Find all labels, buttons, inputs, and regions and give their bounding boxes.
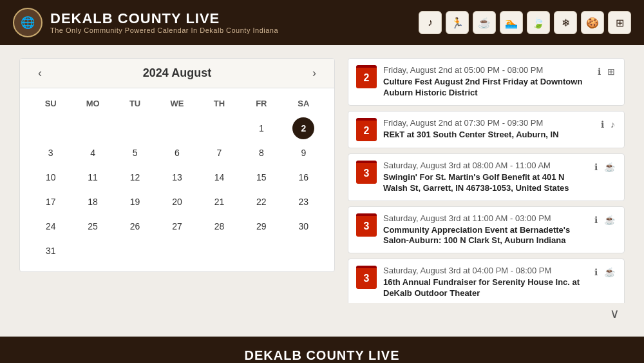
calendar-dates: 1 2 3 4 5 6 7 8 9 10 11 12 13 14 15 — [30, 117, 325, 262]
scroll-down-button[interactable]: ∨ — [610, 306, 620, 321]
header-title-block: DEKALB COUNTY LIVE The Only Community Po… — [50, 11, 278, 34]
event-badge-1: 2 — [356, 65, 377, 88]
cal-date-10[interactable]: 10 — [40, 166, 62, 188]
event-actions-1: ℹ ⊞ — [596, 65, 616, 78]
day-header-th: TH — [198, 95, 240, 112]
cookie-nav-icon[interactable]: 🍪 — [581, 11, 604, 34]
day-header-tu: TU — [114, 95, 156, 112]
music-nav-icon[interactable]: ♪ — [419, 11, 442, 34]
main-content: ‹ 2024 August › SU MO TU WE TH FR SA — [0, 45, 644, 337]
event-card-5: 3 Saturday, August 3rd at 04:00 PM - 08:… — [348, 259, 625, 303]
cal-date-12[interactable]: 12 — [124, 166, 146, 188]
event-badge-3: 3 — [356, 161, 377, 184]
coffee-nav-icon[interactable]: ☕ — [473, 11, 496, 34]
cal-date-5[interactable]: 5 — [124, 142, 146, 164]
cal-date-14[interactable]: 14 — [208, 166, 230, 188]
event-badge-4: 3 — [356, 213, 377, 237]
cal-empty — [124, 117, 146, 139]
cal-date-31[interactable]: 31 — [40, 240, 62, 262]
cal-date-2[interactable]: 2 — [292, 117, 314, 139]
day-header-sa: SA — [283, 95, 325, 112]
cal-empty — [82, 117, 104, 139]
logo-icon: 🌐 — [13, 8, 43, 37]
cal-date-11[interactable]: 11 — [82, 166, 104, 188]
cal-date-18[interactable]: 18 — [82, 191, 104, 213]
event-actions-2: ℹ ♪ — [600, 118, 616, 131]
event-time-5: Saturday, August 3rd at 04:00 PM - 08:00… — [383, 266, 587, 275]
site-subtitle: The Only Community Powered Calendar In D… — [50, 26, 278, 34]
day-header-su: SU — [30, 95, 71, 112]
event-info-btn-2[interactable]: ℹ — [600, 118, 605, 131]
event-title-1: Culture Fest August 2nd First Friday at … — [383, 77, 590, 99]
event-time-1: Friday, August 2nd at 05:00 PM - 08:00 P… — [383, 65, 590, 75]
run-nav-icon[interactable]: 🏃 — [446, 11, 469, 34]
cal-date-4[interactable]: 4 — [82, 142, 104, 164]
cal-date-7[interactable]: 7 — [208, 142, 230, 164]
cal-date-6[interactable]: 6 — [166, 142, 188, 164]
cal-empty — [208, 117, 230, 139]
cal-date-20[interactable]: 20 — [166, 191, 188, 213]
event-info-5: Saturday, August 3rd at 04:00 PM - 08:00… — [383, 266, 587, 299]
calendar-section: ‹ 2024 August › SU MO TU WE TH FR SA — [19, 58, 335, 324]
calendar-month-title: 2024 August — [143, 66, 211, 80]
event-card-4: 3 Saturday, August 3rd at 11:00 AM - 03:… — [348, 206, 625, 254]
event-coffee-btn-4[interactable]: ☕ — [603, 213, 616, 226]
cal-empty — [166, 117, 188, 139]
day-header-fr: FR — [240, 95, 282, 112]
event-info-btn-3[interactable]: ℹ — [593, 161, 599, 173]
leaf-nav-icon[interactable]: 🍃 — [527, 11, 550, 34]
cal-date-1[interactable]: 1 — [251, 117, 272, 139]
cal-date-16[interactable]: 16 — [292, 166, 314, 188]
swim-nav-icon[interactable]: 🏊 — [500, 11, 523, 34]
cal-date-15[interactable]: 15 — [251, 166, 272, 188]
header-icon-bar: ♪ 🏃 ☕ 🏊 🍃 ❄ 🍪 ⊞ — [419, 11, 631, 34]
event-coffee-btn-5[interactable]: ☕ — [603, 266, 616, 279]
event-info-4: Saturday, August 3rd at 11:00 AM - 03:00… — [383, 213, 587, 247]
cal-date-17[interactable]: 17 — [40, 191, 62, 213]
calendar-day-headers: SU MO TU WE TH FR SA — [30, 95, 325, 112]
cal-date-26[interactable]: 26 — [124, 215, 146, 237]
event-grid-btn-1[interactable]: ⊞ — [606, 65, 616, 78]
event-info-3: Saturday, August 3rd at 08:00 AM - 11:00… — [383, 161, 587, 194]
scroll-down-area: ∨ — [348, 303, 625, 324]
calendar-next-button[interactable]: › — [307, 66, 321, 80]
cal-date-13[interactable]: 13 — [166, 166, 188, 188]
cal-date-22[interactable]: 22 — [251, 191, 272, 213]
calendar-prev-button[interactable]: ‹ — [33, 66, 47, 80]
footer: DEKALB COUNTY LIVE Terms of Service Priv… — [0, 337, 644, 363]
event-info-btn-5[interactable]: ℹ — [593, 266, 599, 279]
snowflake-nav-icon[interactable]: ❄ — [554, 11, 577, 34]
footer-title: DEKALB COUNTY LIVE — [13, 348, 631, 363]
event-title-4: Community Appreciation Event at Bernadet… — [383, 225, 587, 247]
cal-date-28[interactable]: 28 — [208, 215, 230, 237]
event-card-2: 2 Friday, August 2nd at 07:30 PM - 09:30… — [348, 111, 625, 148]
cal-date-29[interactable]: 29 — [251, 215, 272, 237]
event-info-1: Friday, August 2nd at 05:00 PM - 08:00 P… — [383, 65, 590, 99]
event-time-3: Saturday, August 3rd at 08:00 AM - 11:00… — [383, 161, 587, 170]
cal-date-23[interactable]: 23 — [292, 191, 314, 213]
cal-date-30[interactable]: 30 — [292, 215, 314, 237]
event-title-3: Swingin' For St. Martin's Golf Benefit a… — [383, 172, 587, 194]
cal-date-25[interactable]: 25 — [82, 215, 104, 237]
event-music-btn-2[interactable]: ♪ — [609, 118, 616, 131]
calendar-box: ‹ 2024 August › SU MO TU WE TH FR SA — [19, 58, 335, 272]
cal-date-9[interactable]: 9 — [292, 142, 314, 164]
header-brand: 🌐 DEKALB COUNTY LIVE The Only Community … — [13, 8, 278, 37]
cal-date-24[interactable]: 24 — [40, 215, 62, 237]
event-info-btn-4[interactable]: ℹ — [593, 213, 599, 226]
event-time-4: Saturday, August 3rd at 11:00 AM - 03:00… — [383, 213, 587, 223]
event-info-btn-1[interactable]: ℹ — [596, 65, 602, 78]
day-header-mo: MO — [71, 95, 113, 112]
cal-date-19[interactable]: 19 — [124, 191, 146, 213]
event-title-2: REkT at 301 South Center Street, Auburn,… — [383, 130, 593, 141]
header: 🌐 DEKALB COUNTY LIVE The Only Community … — [0, 0, 644, 45]
event-coffee-btn-3[interactable]: ☕ — [603, 161, 616, 173]
event-actions-3: ℹ ☕ — [593, 161, 616, 173]
cal-date-27[interactable]: 27 — [166, 215, 188, 237]
grid-nav-icon[interactable]: ⊞ — [608, 11, 631, 34]
cal-date-8[interactable]: 8 — [251, 142, 272, 164]
event-badge-5: 3 — [356, 266, 377, 289]
event-card-3: 3 Saturday, August 3rd at 08:00 AM - 11:… — [348, 153, 625, 201]
cal-date-3[interactable]: 3 — [40, 142, 62, 164]
cal-date-21[interactable]: 21 — [208, 191, 230, 213]
